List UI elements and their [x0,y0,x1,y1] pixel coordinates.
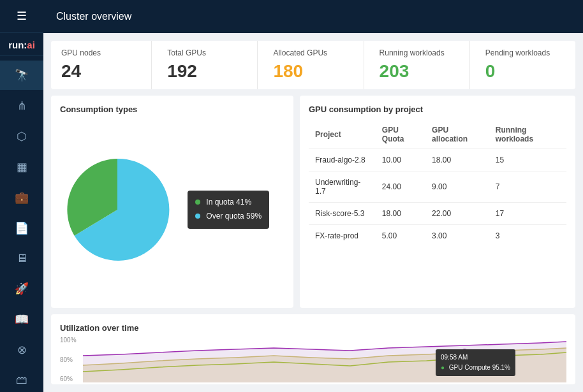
utilization-title: Utilization over time [60,323,566,333]
nav-items: 🔭 ⋔ ⬡ ▦ 💼 📄 🖥 🚀 📖 ⊗ 🗃 [0,55,43,392]
nav-item-monitor[interactable]: 🖥 [0,244,43,273]
pending-workloads-label: Pending workloads [485,48,565,57]
cell-allocation: 18.00 [425,149,489,171]
chart-area: 100% 80% 60% [60,337,566,382]
y-label-60: 60% [60,375,77,382]
y-label-80: 80% [60,356,77,363]
col-project: Project [309,120,376,149]
main-area: Cluster overview GPU nodes 24 Total GPUs… [43,0,583,392]
nav-item-briefcase[interactable]: 💼 [0,183,43,212]
nav-item-xcircle[interactable]: ⊗ [0,335,43,365]
logo-area: run:ai [0,33,43,55]
gpu-consumption-panel: GPU consumption by project Project GPU Q… [300,96,575,308]
telescope-icon: 🔭 [15,68,29,82]
nav-item-database[interactable]: 🗃 [0,366,43,392]
cube-icon: ⬡ [17,129,27,143]
tooltip-time: 09:58 AM [441,352,510,363]
metric-pending-workloads: Pending workloads 0 [475,41,575,89]
table-row: Risk-score-5.3 18.00 22.00 17 [309,203,566,225]
tooltip-gpu-compute: ● GPU Compute 95.1% [441,363,510,373]
rocket-icon: 🚀 [15,282,29,296]
consumption-panel: Consumption types [51,96,293,308]
pending-workloads-value: 0 [485,61,565,82]
cell-quota: 10.00 [376,149,425,171]
page-title: Cluster overview [56,11,131,22]
database-icon: 🗃 [16,374,27,387]
total-gpus-value: 192 [167,61,247,82]
nav-item-rocket[interactable]: 🚀 [0,274,43,303]
cell-workloads: 15 [489,149,566,171]
menu-icon[interactable]: ☰ [17,9,27,23]
metric-allocated-gpus: Allocated GPUs 180 [263,41,364,89]
gpu-compute-dot: ● [441,364,445,371]
allocated-gpus-label: Allocated GPUs [273,48,353,57]
cell-project: Underwriting-1.7 [309,171,376,203]
pie-container: In quota 41% Over quota 59% [60,120,284,299]
over-quota-dot [195,214,200,219]
cell-allocation: 22.00 [425,203,489,225]
over-quota-label: Over quota 59% [206,212,262,221]
chart-tooltip: 09:58 AM ● GPU Compute 95.1% [436,349,515,376]
cell-workloads: 3 [489,225,566,247]
gpu-nodes-label: GPU nodes [61,48,141,57]
cell-project: Fraud-algo-2.8 [309,149,376,171]
table-row: FX-rate-prod 5.00 3.00 3 [309,225,566,247]
metric-gpu-nodes: GPU nodes 24 [51,41,152,89]
consumption-title: Consumption types [60,105,284,114]
table-row: Underwriting-1.7 24.00 9.00 7 [309,171,566,203]
cell-quota: 5.00 [376,225,425,247]
cell-quota: 18.00 [376,203,425,225]
tooltip-in-quota: In quota 41% [195,196,262,210]
nav-item-storage[interactable]: ▦ [0,152,43,182]
cell-project: FX-rate-prod [309,225,376,247]
sidebar: ☰ run:ai 🔭 ⋔ ⬡ ▦ 💼 📄 🖥 🚀 📖 [0,0,43,392]
gpu-nodes-value: 24 [61,61,141,82]
sidebar-header: ☰ [0,0,43,33]
cell-workloads: 7 [489,171,566,203]
in-quota-dot [195,200,200,205]
logo-text: run:ai [8,40,35,50]
pie-tooltip: In quota 41% Over quota 59% [188,191,269,228]
y-label-100: 100% [60,337,77,344]
table-header-row: Project GPU Quota GPU allocation Running… [309,120,566,149]
running-workloads-value: 203 [380,61,459,82]
metric-total-gpus: Total GPUs 192 [157,41,258,89]
gpu-table: Project GPU Quota GPU allocation Running… [309,120,566,247]
xcircle-icon: ⊗ [17,343,27,357]
tooltip-gpu-label: GPU Compute 95.1% [449,364,510,371]
col-workloads: Running workloads [489,120,566,149]
total-gpus-label: Total GPUs [167,48,247,57]
content-area: GPU nodes 24 Total GPUs 192 Allocated GP… [43,33,583,392]
pie-chart [60,152,175,267]
cell-workloads: 17 [489,203,566,225]
metrics-row: GPU nodes 24 Total GPUs 192 Allocated GP… [51,41,575,89]
cell-allocation: 3.00 [425,225,489,247]
topbar: Cluster overview [43,0,583,33]
nav-item-cube[interactable]: ⬡ [0,122,43,151]
book-icon: 📖 [15,312,29,326]
nav-item-document[interactable]: 📄 [0,214,43,243]
gpu-consumption-title: GPU consumption by project [309,105,566,114]
allocated-gpus-value: 180 [273,61,353,82]
nav-item-share[interactable]: ⋔ [0,91,43,120]
document-icon: 📄 [15,221,29,235]
monitor-icon: 🖥 [16,252,27,265]
chart-svg-area: 09:58 AM ● GPU Compute 95.1% [83,337,566,382]
col-quota: GPU Quota [376,120,425,149]
y-labels: 100% 80% 60% [60,337,79,382]
cell-allocation: 9.00 [425,171,489,203]
table-row: Fraud-algo-2.8 10.00 18.00 15 [309,149,566,171]
share-icon: ⋔ [17,99,27,113]
in-quota-label: In quota 41% [206,198,251,207]
storage-icon: ▦ [17,160,27,174]
running-workloads-label: Running workloads [380,48,459,57]
cell-project: Risk-score-5.3 [309,203,376,225]
tooltip-over-quota: Over quota 59% [195,210,262,224]
metric-running-workloads: Running workloads 203 [369,41,470,89]
nav-item-book[interactable]: 📖 [0,305,43,334]
panels-row: Consumption types [51,96,575,308]
briefcase-icon: 💼 [15,191,29,205]
nav-item-overview[interactable]: 🔭 [0,61,43,90]
cell-quota: 24.00 [376,171,425,203]
utilization-section: Utilization over time 100% 80% 60% [51,314,575,384]
